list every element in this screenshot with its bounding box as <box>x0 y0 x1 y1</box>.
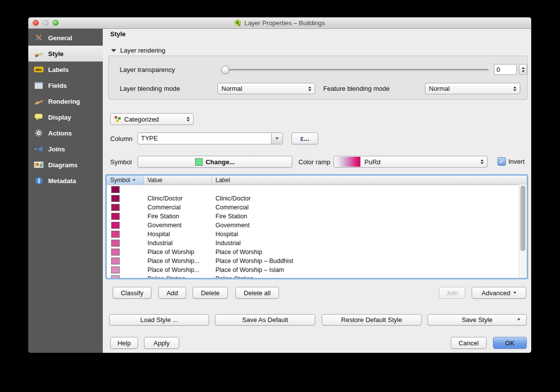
category-row[interactable]: Place of Worship... Place of Worship – I… <box>107 265 527 274</box>
symbol-change-button[interactable]: Change... <box>138 156 292 168</box>
title-bar[interactable]: Layer Properties – Buildings <box>28 17 531 29</box>
category-value: Government <box>144 222 212 229</box>
window-title: Layer Properties – Buildings <box>234 19 325 27</box>
dropdown-arrow-icon <box>513 292 516 294</box>
category-color-swatch[interactable] <box>111 231 120 238</box>
transparency-value-input[interactable] <box>494 64 517 75</box>
expression-builder-button[interactable]: ε... <box>291 132 318 144</box>
abc-label-icon: abc <box>34 66 44 73</box>
category-row[interactable]: Place of Worship... Place of Worship – B… <box>107 257 527 265</box>
category-row[interactable]: Police Station Police Station <box>107 274 527 279</box>
cancel-button[interactable]: Cancel <box>451 337 487 349</box>
load-style-button[interactable]: Load Style ... <box>109 314 209 326</box>
layer-blending-label: Layer blending mode <box>120 85 180 92</box>
category-row[interactable]: Place of Worship Place of Worship <box>107 248 527 257</box>
category-row[interactable] <box>107 185 527 194</box>
category-row[interactable]: Commercial Commercial <box>107 203 527 212</box>
help-button[interactable]: Help <box>110 337 138 349</box>
column-header-symbol[interactable]: Symbol <box>107 176 144 185</box>
add-button[interactable]: Add <box>158 287 186 299</box>
delete-all-button[interactable]: Delete all <box>235 287 279 299</box>
popup-arrows-icon <box>478 159 484 164</box>
sidebar-item-joins[interactable]: Joins <box>28 141 103 157</box>
sidebar-item-labels[interactable]: abc Labels <box>28 62 103 77</box>
column-label: Column <box>110 135 133 142</box>
sidebar-item-general[interactable]: General <box>28 30 103 46</box>
category-table[interactable]: Symbol Value Label <box>105 174 528 279</box>
category-color-swatch[interactable] <box>111 266 120 273</box>
paintbrush-rendering-icon <box>34 97 44 105</box>
style-panel: Style Layer rendering Layer transparency <box>103 29 531 353</box>
category-value: Place of Worship... <box>144 258 212 264</box>
category-color-swatch[interactable] <box>111 204 120 211</box>
ok-button[interactable]: OK <box>493 337 527 349</box>
layer-rendering-group: Layer transparency Layer blending mode N… <box>108 56 528 100</box>
category-label: Place of Worship – Islam <box>212 266 527 273</box>
layer-rendering-collapse[interactable]: Layer rendering <box>111 47 165 54</box>
sidebar-item-display[interactable]: Display <box>28 109 103 125</box>
svg-text:abc: abc <box>35 67 42 72</box>
scrollbar-thumb[interactable] <box>520 186 525 251</box>
category-row[interactable]: Clinic/Doctor Clinic/Doctor <box>107 194 527 203</box>
close-window-icon[interactable] <box>33 20 39 26</box>
column-combobox[interactable]: TYPE <box>138 132 283 144</box>
layer-transparency-label: Layer transparency <box>120 66 175 73</box>
invert-checkbox[interactable] <box>497 157 506 166</box>
category-row[interactable]: Fire Station Fire Station <box>107 212 527 221</box>
category-color-swatch[interactable] <box>111 275 120 279</box>
category-color-swatch[interactable] <box>111 186 120 193</box>
window-controls <box>33 20 59 26</box>
feature-blending-select[interactable]: Normal <box>425 83 520 94</box>
renderer-type-select[interactable]: Categorized <box>110 113 194 125</box>
slider-thumb[interactable] <box>221 65 229 74</box>
save-style-button[interactable]: Save Style <box>427 314 527 326</box>
minimize-window-icon[interactable] <box>43 20 49 26</box>
category-color-swatch[interactable] <box>111 249 120 256</box>
sidebar-item-diagrams[interactable]: Diagrams <box>28 157 103 173</box>
transparency-stepper[interactable] <box>519 64 527 75</box>
table-scrollbar[interactable] <box>519 185 527 278</box>
category-label: Fire Station <box>212 213 527 220</box>
category-label: Government <box>212 222 527 229</box>
step-up-icon <box>522 67 525 69</box>
sidebar-item-rendering[interactable]: Rendering <box>28 93 103 109</box>
color-ramp-select[interactable]: PuRd <box>334 156 488 168</box>
sidebar-item-metadata[interactable]: Metadata <box>28 173 103 189</box>
invert-checkbox-row[interactable]: Invert <box>497 157 525 166</box>
zoom-window-icon[interactable] <box>53 20 59 26</box>
category-table-header: Symbol Value Label <box>107 176 527 185</box>
popup-arrows-icon <box>184 117 190 122</box>
page-title: Style <box>110 30 126 38</box>
category-row[interactable]: Government Government <box>107 221 527 230</box>
category-color-swatch[interactable] <box>111 213 120 220</box>
symbol-label: Symbol <box>110 158 132 166</box>
join-arrow-icon <box>34 145 44 153</box>
category-color-swatch[interactable] <box>111 240 120 247</box>
classify-button[interactable]: Classify <box>113 287 151 299</box>
categorized-icon <box>114 116 121 123</box>
gear-icon <box>34 129 44 137</box>
current-symbol-swatch <box>195 158 203 166</box>
column-header-value[interactable]: Value <box>144 176 212 185</box>
sidebar-item-style[interactable]: Style <box>28 46 103 62</box>
sidebar-item-fields[interactable]: Fields <box>28 77 103 93</box>
layer-transparency-slider[interactable] <box>222 67 489 72</box>
category-color-swatch[interactable] <box>111 258 120 264</box>
category-label: Commercial <box>212 204 527 211</box>
category-row[interactable]: Hospital Hospital <box>107 230 527 239</box>
combo-dropdown-icon[interactable] <box>271 133 282 144</box>
slider-track[interactable] <box>222 69 489 71</box>
apply-button[interactable]: Apply <box>144 337 179 349</box>
category-row[interactable]: Industrial Industrial <box>107 239 527 248</box>
category-label: Place of Worship – Buddhist <box>212 258 527 264</box>
column-header-label[interactable]: Label <box>212 176 527 185</box>
category-color-swatch[interactable] <box>111 195 120 202</box>
save-as-default-button[interactable]: Save As Default <box>215 314 315 326</box>
advanced-button[interactable]: Advanced <box>472 287 526 299</box>
delete-button[interactable]: Delete <box>193 287 228 299</box>
category-color-swatch[interactable] <box>111 222 120 229</box>
sidebar-item-actions[interactable]: Actions <box>28 125 103 141</box>
layer-blending-select[interactable]: Normal <box>217 83 315 94</box>
restore-default-style-button[interactable]: Restore Default Style <box>322 314 421 326</box>
qgis-app-icon <box>234 19 242 27</box>
